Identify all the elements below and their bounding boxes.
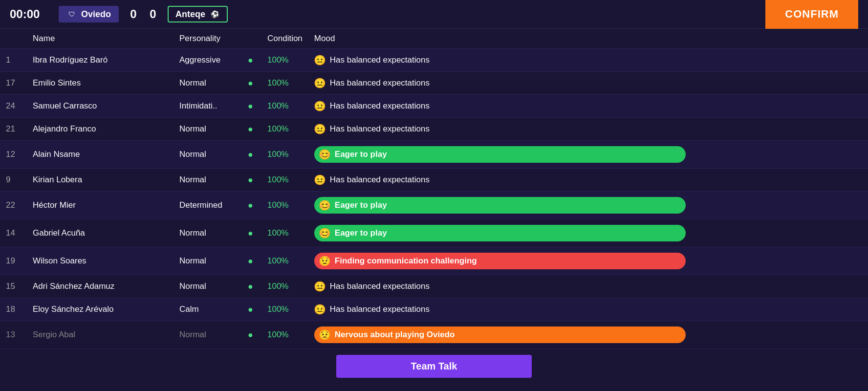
mood-text: Has balanced expectations xyxy=(330,282,430,291)
player-personality: Calm xyxy=(174,298,242,321)
condition-icon: ● xyxy=(242,219,261,247)
mood-face-icon: 😐 xyxy=(314,304,326,315)
table-row: 9Kirian LoberaNormal●100%😐Has balanced e… xyxy=(0,169,868,192)
mood-text: Nervous about playing Oviedo xyxy=(335,330,455,340)
player-name: Gabriel Acuña xyxy=(27,219,174,247)
condition-value: 100% xyxy=(261,95,308,118)
mood-badge: 😐Has balanced expectations xyxy=(314,100,430,112)
player-name: Kirian Lobera xyxy=(27,169,174,192)
mood-face-icon: 😐 xyxy=(314,174,326,186)
player-mood: 😐Has balanced expectations xyxy=(308,118,868,141)
mood-face-icon: 😊 xyxy=(319,149,331,160)
player-mood: 😐Has balanced expectations xyxy=(308,72,868,95)
mood-badge: 😐Has balanced expectations xyxy=(314,304,430,315)
mood-text: Has balanced expectations xyxy=(330,55,430,65)
player-number: 19 xyxy=(0,247,27,275)
score-home: 0 xyxy=(129,7,138,21)
team-away-name: Anteqe xyxy=(175,9,205,20)
footer: Team Talk xyxy=(0,349,868,383)
player-number: 1 xyxy=(0,49,27,72)
condition-value: 100% xyxy=(261,72,308,95)
match-time: 00:00 xyxy=(10,7,49,21)
condition-icon: ● xyxy=(242,192,261,219)
player-personality: Normal xyxy=(174,275,242,298)
team-away-badge: Anteqe ⚽ xyxy=(168,6,228,22)
player-mood: 😊Eager to play xyxy=(308,219,868,247)
score-away: 0 xyxy=(148,7,158,21)
player-number: 22 xyxy=(0,192,27,219)
condition-value: 100% xyxy=(261,169,308,192)
player-name: Adri Sánchez Adamuz xyxy=(27,275,174,298)
player-number: 18 xyxy=(0,298,27,321)
mood-face-icon: 😐 xyxy=(314,54,326,66)
player-number: 13 xyxy=(0,321,27,349)
mood-text: Has balanced expectations xyxy=(330,78,430,88)
condition-value: 100% xyxy=(261,141,308,169)
table-row: 12Alain NsameNormal●100%😊Eager to play xyxy=(0,141,868,169)
col-header-number xyxy=(0,29,27,49)
mood-badge: 😊Eager to play xyxy=(314,197,686,214)
mood-badge: 😐Has balanced expectations xyxy=(314,174,430,186)
player-table-container: Name Personality Condition Mood 1Ibra Ro… xyxy=(0,29,868,349)
player-personality: Normal xyxy=(174,118,242,141)
player-name: Ibra Rodríguez Baró xyxy=(27,49,174,72)
oviedo-badge-icon: 🛡 xyxy=(66,9,77,20)
mood-text: Eager to play xyxy=(335,200,387,210)
mood-face-icon: 😐 xyxy=(314,281,326,292)
mood-text: Eager to play xyxy=(335,228,387,238)
col-header-mood: Mood xyxy=(308,29,868,49)
table-header-row: Name Personality Condition Mood xyxy=(0,29,868,49)
condition-value: 100% xyxy=(261,192,308,219)
condition-icon: ● xyxy=(242,247,261,275)
confirm-button[interactable]: CONFIRM xyxy=(765,0,858,29)
mood-badge: 😟Finding communication challenging xyxy=(314,253,686,269)
mood-text: Has balanced expectations xyxy=(330,304,430,314)
condition-value: 100% xyxy=(261,321,308,349)
player-mood: 😟Finding communication challenging xyxy=(308,247,868,275)
table-row: 17Emilio SintesNormal●100%😐Has balanced … xyxy=(0,72,868,95)
mood-face-icon: 😊 xyxy=(319,199,331,211)
table-row: 18Eloy Sánchez ArévaloCalm●100%😐Has bala… xyxy=(0,298,868,321)
player-name: Wilson Soares xyxy=(27,247,174,275)
condition-icon: ● xyxy=(242,72,261,95)
table-row: 24Samuel CarrascoIntimidati..●100%😐Has b… xyxy=(0,95,868,118)
mood-text: Eager to play xyxy=(335,150,387,159)
player-name: Sergio Abal xyxy=(27,321,174,349)
player-personality: Aggressive xyxy=(174,49,242,72)
player-personality: Normal xyxy=(174,72,242,95)
mood-badge: 😊Eager to play xyxy=(314,146,686,163)
team-home-badge: 🛡 Oviedo xyxy=(59,6,119,22)
player-number: 17 xyxy=(0,72,27,95)
mood-face-icon: 😐 xyxy=(314,77,326,89)
player-number: 15 xyxy=(0,275,27,298)
condition-value: 100% xyxy=(261,118,308,141)
mood-badge: 😐Has balanced expectations xyxy=(314,281,430,292)
mood-badge: 😊Eager to play xyxy=(314,225,686,241)
player-mood: 😊Eager to play xyxy=(308,141,868,169)
mood-badge: 😐Has balanced expectations xyxy=(314,77,430,89)
table-row: 15Adri Sánchez AdamuzNormal●100%😐Has bal… xyxy=(0,275,868,298)
table-row: 13Sergio AbalNormal●100%😟Nervous about p… xyxy=(0,321,868,349)
mood-face-icon: 😊 xyxy=(319,227,331,239)
team-talk-button[interactable]: Team Talk xyxy=(336,355,532,378)
mood-badge: 😐Has balanced expectations xyxy=(314,123,430,135)
player-number: 24 xyxy=(0,95,27,118)
player-personality: Intimidati.. xyxy=(174,95,242,118)
table-row: 14Gabriel AcuñaNormal●100%😊Eager to play xyxy=(0,219,868,247)
player-name: Héctor Mier xyxy=(27,192,174,219)
player-name: Emilio Sintes xyxy=(27,72,174,95)
condition-value: 100% xyxy=(261,49,308,72)
table-row: 21Alejandro FrancoNormal●100%😐Has balanc… xyxy=(0,118,868,141)
player-name: Eloy Sánchez Arévalo xyxy=(27,298,174,321)
mood-text: Has balanced expectations xyxy=(330,101,430,111)
table-row: 1Ibra Rodríguez BaróAggressive●100%😐Has … xyxy=(0,49,868,72)
mood-face-icon: 😐 xyxy=(314,123,326,135)
player-personality: Normal xyxy=(174,219,242,247)
condition-icon: ● xyxy=(242,169,261,192)
player-personality: Normal xyxy=(174,321,242,349)
player-number: 12 xyxy=(0,141,27,169)
player-mood: 😊Eager to play xyxy=(308,192,868,219)
player-name: Samuel Carrasco xyxy=(27,95,174,118)
mood-face-icon: 😟 xyxy=(319,255,331,267)
col-header-name: Name xyxy=(27,29,174,49)
